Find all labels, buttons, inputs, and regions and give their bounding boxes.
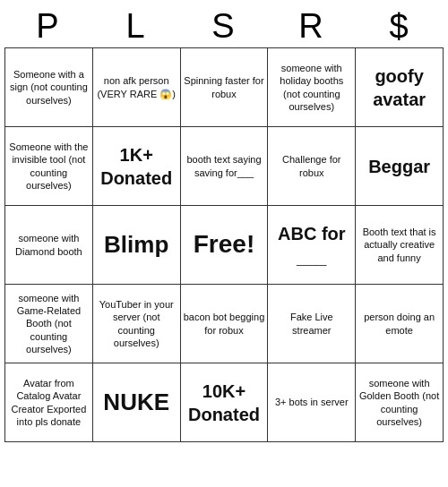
bingo-card: PLSR$ Someone with a sign (not counting …: [4, 5, 444, 442]
bingo-cell-1-4: Beggar: [356, 127, 444, 206]
header-letter-S: S: [180, 5, 268, 47]
header-letter-$: $: [356, 5, 444, 47]
bingo-grid: Someone with a sign (not counting oursel…: [4, 47, 444, 442]
bingo-cell-1-1: 1K+ Donated: [93, 127, 181, 206]
header-letter-R: R: [268, 5, 356, 47]
bingo-header: PLSR$: [4, 5, 444, 47]
bingo-cell-3-0: someone with Game-Related Booth (not cou…: [5, 285, 93, 363]
bingo-cell-3-3: Fake Live streamer: [268, 285, 356, 363]
bingo-cell-2-3: ABC for ___: [268, 206, 356, 285]
bingo-cell-3-2: bacon bot begging for robux: [181, 285, 269, 363]
bingo-cell-0-4: goofy avatar: [356, 48, 444, 127]
bingo-cell-1-0: Someone with the invisible tool (not cou…: [5, 127, 93, 206]
bingo-cell-3-4: person doing an emote: [356, 285, 444, 363]
bingo-cell-2-1: Blimp: [93, 206, 181, 285]
bingo-cell-1-3: Challenge for robux: [268, 127, 356, 206]
bingo-cell-0-0: Someone with a sign (not counting oursel…: [5, 48, 93, 127]
bingo-cell-4-1: NUKE: [93, 363, 181, 442]
bingo-cell-4-2: 10K+ Donated: [181, 363, 269, 442]
bingo-cell-4-4: someone with Golden Booth (not counting …: [356, 363, 444, 442]
bingo-cell-4-0: Avatar from Catalog Avatar Creator Expor…: [5, 363, 93, 442]
bingo-cell-0-2: Spinning faster for robux: [181, 48, 269, 127]
bingo-cell-2-0: someone with Diamond booth: [5, 206, 93, 285]
bingo-cell-2-2: Free!: [181, 206, 269, 285]
bingo-cell-3-1: YouTuber in your server (not counting ou…: [93, 285, 181, 363]
bingo-cell-4-3: 3+ bots in server: [268, 363, 356, 442]
header-letter-L: L: [92, 5, 180, 47]
bingo-cell-1-2: booth text saying saving for___: [181, 127, 269, 206]
bingo-cell-2-4: Booth text that is actually creative and…: [356, 206, 444, 285]
bingo-cell-0-1: non afk person (VERY RARE 😱): [93, 48, 181, 127]
header-letter-P: P: [4, 5, 92, 47]
bingo-cell-0-3: someone with holiday booths (not countin…: [268, 48, 356, 127]
